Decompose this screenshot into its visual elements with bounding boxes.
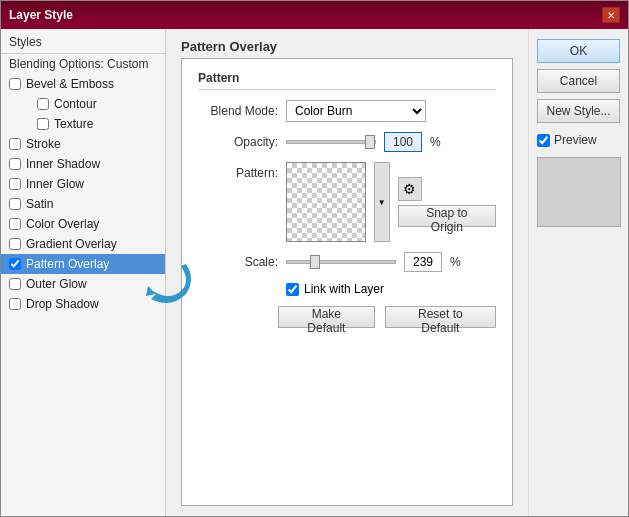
blending-options-item[interactable]: Blending Options: Custom [1, 54, 165, 74]
link-layer-checkbox[interactable] [286, 283, 299, 296]
make-default-button[interactable]: Make Default [278, 306, 375, 328]
drop-shadow-checkbox[interactable] [9, 298, 21, 310]
drop-shadow-label: Drop Shadow [26, 297, 99, 311]
sidebar-item-color-overlay[interactable]: Color Overlay [1, 214, 165, 234]
right-panel: OK Cancel New Style... Preview [528, 29, 628, 516]
pattern-options-button[interactable]: ⚙ [398, 177, 422, 201]
link-layer-row: Link with Layer [198, 282, 496, 296]
styles-label: Styles [1, 29, 165, 54]
outer-glow-label: Outer Glow [26, 277, 87, 291]
color-overlay-checkbox[interactable] [9, 218, 21, 230]
content-box: Pattern Blend Mode: Color Burn Normal Mu… [181, 58, 513, 506]
dialog-body: Styles Blending Options: Custom Bevel & … [1, 29, 628, 516]
pattern-overlay-label: Pattern Overlay [26, 257, 109, 271]
texture-label: Texture [54, 117, 93, 131]
scale-label: Scale: [198, 255, 278, 269]
satin-label: Satin [26, 197, 53, 211]
outer-glow-checkbox[interactable] [9, 278, 21, 290]
link-layer-label: Link with Layer [304, 282, 384, 296]
satin-checkbox[interactable] [9, 198, 21, 210]
pattern-dropdown-button[interactable]: ▼ [374, 162, 390, 242]
ok-button[interactable]: OK [537, 39, 620, 63]
stroke-checkbox[interactable] [9, 138, 21, 150]
button-row: Make Default Reset to Default [198, 306, 496, 328]
scale-row: Scale: % [198, 252, 496, 272]
opacity-value-input[interactable] [384, 132, 422, 152]
inner-shadow-checkbox[interactable] [9, 158, 21, 170]
opacity-slider[interactable] [286, 140, 376, 144]
opacity-percent: % [430, 135, 441, 149]
main-content: Pattern Overlay Pattern Blend Mode: Colo… [166, 29, 528, 516]
scale-value-input[interactable] [404, 252, 442, 272]
inner-shadow-label: Inner Shadow [26, 157, 100, 171]
preview-label: Preview [554, 133, 597, 147]
stroke-label: Stroke [26, 137, 61, 151]
contour-checkbox[interactable] [37, 98, 49, 110]
left-panel: Styles Blending Options: Custom Bevel & … [1, 29, 166, 516]
title-controls: ✕ [602, 7, 620, 23]
pattern-preview-box[interactable] [286, 162, 366, 242]
opacity-label: Opacity: [198, 135, 278, 149]
pattern-row: Pattern: ▼ ⚙ Snap to Origin [198, 162, 496, 242]
dialog-title: Layer Style [9, 8, 73, 22]
preview-box [537, 157, 621, 227]
color-overlay-label: Color Overlay [26, 217, 99, 231]
bevel-emboss-checkbox[interactable] [9, 78, 21, 90]
pattern-preview-container: ▼ ⚙ Snap to Origin [286, 162, 496, 242]
sidebar-item-stroke[interactable]: Stroke [1, 134, 165, 154]
sidebar-item-inner-shadow[interactable]: Inner Shadow [1, 154, 165, 174]
sidebar-item-bevel-emboss[interactable]: Bevel & Emboss [1, 74, 165, 94]
pattern-overlay-checkbox[interactable] [9, 258, 21, 270]
inner-glow-checkbox[interactable] [9, 178, 21, 190]
contour-label: Contour [54, 97, 97, 111]
blend-mode-row: Blend Mode: Color Burn Normal Multiply S… [198, 100, 496, 122]
scale-percent: % [450, 255, 461, 269]
sidebar-item-pattern-overlay[interactable]: Pattern Overlay [1, 254, 165, 274]
sidebar-item-gradient-overlay[interactable]: Gradient Overlay [1, 234, 165, 254]
preview-checkbox[interactable] [537, 134, 550, 147]
scale-slider[interactable] [286, 260, 396, 264]
gradient-overlay-label: Gradient Overlay [26, 237, 117, 251]
blend-mode-select[interactable]: Color Burn Normal Multiply Screen Overla… [286, 100, 426, 122]
texture-checkbox[interactable] [37, 118, 49, 130]
preview-label-row: Preview [537, 133, 620, 147]
sidebar-item-texture[interactable]: Texture [1, 114, 165, 134]
reset-default-button[interactable]: Reset to Default [385, 306, 496, 328]
blend-mode-label: Blend Mode: [198, 104, 278, 118]
inner-glow-label: Inner Glow [26, 177, 84, 191]
sidebar-item-drop-shadow[interactable]: Drop Shadow [1, 294, 165, 314]
pattern-label: Pattern: [198, 166, 278, 180]
layer-style-dialog: Layer Style ✕ Styles Blending Options: C… [0, 0, 629, 517]
bevel-emboss-label: Bevel & Emboss [26, 77, 114, 91]
section-title: Pattern Overlay [181, 39, 513, 54]
cancel-button[interactable]: Cancel [537, 69, 620, 93]
close-button[interactable]: ✕ [602, 7, 620, 23]
sidebar-item-contour[interactable]: Contour [1, 94, 165, 114]
snap-to-origin-button[interactable]: Snap to Origin [398, 205, 496, 227]
sidebar-item-inner-glow[interactable]: Inner Glow [1, 174, 165, 194]
sub-title: Pattern [198, 71, 496, 90]
sidebar-item-satin[interactable]: Satin [1, 194, 165, 214]
sidebar-item-outer-glow[interactable]: Outer Glow [1, 274, 165, 294]
new-style-button[interactable]: New Style... [537, 99, 620, 123]
title-bar: Layer Style ✕ [1, 1, 628, 29]
gradient-overlay-checkbox[interactable] [9, 238, 21, 250]
opacity-row: Opacity: % [198, 132, 496, 152]
